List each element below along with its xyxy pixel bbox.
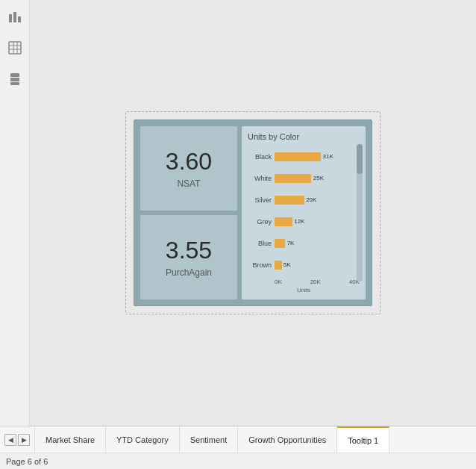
bar-fill <box>275 174 311 183</box>
bar-container: 12K <box>275 217 360 226</box>
layers-icon[interactable] <box>6 70 24 88</box>
purchagain-value: 3.55 <box>166 237 212 264</box>
scrollbar-thumb <box>357 144 363 174</box>
bar-label: Grey <box>248 218 272 226</box>
chart-panel: Units by Color Black31KWhite25KSilver20K… <box>242 126 366 299</box>
tooltip-card: 3.60 NSAT 3.55 PurchAgain Units by Color… <box>134 119 372 306</box>
tab-market-share[interactable]: Market Share <box>35 426 106 453</box>
x-axis-label: 20K <box>310 279 321 285</box>
tab-ytd-category[interactable]: YTD Category <box>106 426 180 453</box>
nsat-label: NSAT <box>177 178 200 189</box>
table-icon[interactable] <box>6 39 24 57</box>
bar-container: 5K <box>275 261 360 270</box>
tab-next-button[interactable]: ▶ <box>18 434 30 446</box>
bar-fill <box>275 217 292 226</box>
tab-nav: ◀ ▶ <box>0 426 35 453</box>
nsat-box: 3.60 NSAT <box>140 126 237 211</box>
tab-tooltip-1[interactable]: Tooltip 1 <box>337 426 389 453</box>
svg-rect-10 <box>10 82 19 85</box>
bar-row: Brown5K <box>248 258 360 272</box>
svg-rect-8 <box>10 73 19 77</box>
purchagain-label: PurchAgain <box>166 267 212 278</box>
bar-fill <box>275 152 321 161</box>
bar-row: Grey12K <box>248 215 360 229</box>
x-axis-title: Units <box>248 287 360 293</box>
svg-rect-3 <box>9 42 21 54</box>
bar-row: Blue7K <box>248 237 360 250</box>
svg-rect-1 <box>13 12 16 22</box>
bar-label: Blue <box>248 240 272 247</box>
bar-row: Black31K <box>248 150 360 164</box>
purchagain-box: 3.55 PurchAgain <box>140 215 237 299</box>
bar-value: 7K <box>287 240 295 246</box>
bar-label: Brown <box>248 261 272 269</box>
bar-value: 31K <box>323 153 333 160</box>
bar-fill <box>275 196 304 205</box>
metrics-panel: 3.60 NSAT 3.55 PurchAgain <box>140 126 237 299</box>
bar-chart-icon[interactable] <box>6 7 24 25</box>
bar-fill <box>275 261 282 270</box>
status-bar: Page 6 of 6 <box>0 453 476 469</box>
svg-rect-9 <box>10 78 19 81</box>
tab-growth-opportunities[interactable]: Growth Opportunities <box>238 426 337 453</box>
x-axis-label: 0K <box>275 279 282 285</box>
bar-label: White <box>248 175 272 182</box>
tab-sentiment[interactable]: Sentiment <box>180 426 239 453</box>
svg-rect-2 <box>18 16 21 22</box>
svg-rect-0 <box>9 14 12 22</box>
x-axis: 0K20K40K <box>248 279 360 285</box>
bar-container: 31K <box>275 152 360 161</box>
tabs-container: Market ShareYTD CategorySentimentGrowth … <box>35 426 389 453</box>
bar-label: Silver <box>248 196 272 204</box>
bar-row: White25K <box>248 172 360 185</box>
bar-row: Silver20K <box>248 193 360 207</box>
tab-prev-button[interactable]: ◀ <box>4 434 16 446</box>
bar-label: Black <box>248 153 272 161</box>
bar-value: 12K <box>294 218 304 225</box>
nsat-value: 3.60 <box>166 148 212 176</box>
bar-value: 20K <box>306 196 316 203</box>
sidebar <box>0 0 30 426</box>
bar-value: 5K <box>284 261 291 268</box>
bar-value: 25K <box>313 175 324 181</box>
main-content: 3.60 NSAT 3.55 PurchAgain Units by Color… <box>30 0 476 426</box>
bar-fill <box>275 239 285 248</box>
tabs-bar: ◀ ▶ Market ShareYTD CategorySentimentGro… <box>0 426 476 453</box>
page-info: Page 6 of 6 <box>6 457 48 466</box>
chart-title: Units by Color <box>248 132 360 141</box>
bar-container: 20K <box>275 196 360 205</box>
chart-area: Black31KWhite25KSilver20KGrey12KBlue7KBr… <box>248 146 360 276</box>
bar-container: 7K <box>275 239 360 248</box>
bar-container: 25K <box>275 174 360 183</box>
chart-scrollbar[interactable] <box>357 144 363 282</box>
